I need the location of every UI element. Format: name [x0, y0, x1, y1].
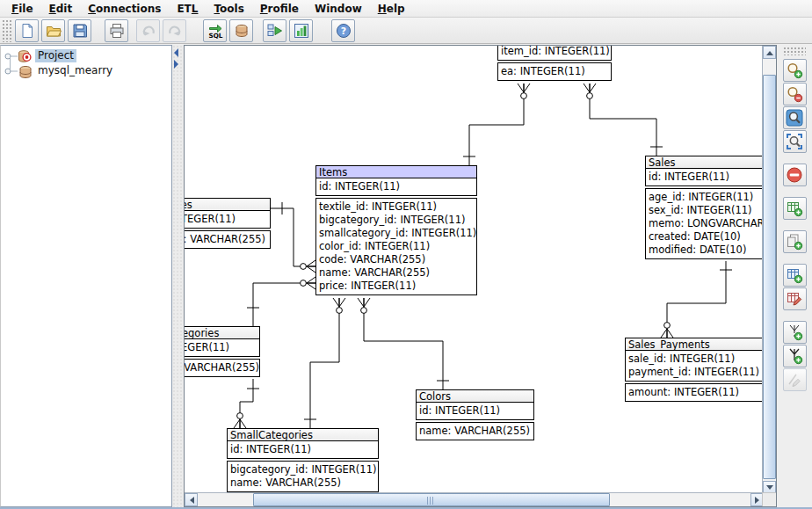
- column-row[interactable]: age_id: INTEGER(11): [649, 191, 763, 204]
- menu-tools[interactable]: Tools: [206, 1, 251, 17]
- scroll-left-button[interactable]: [185, 493, 198, 506]
- zoom-out-button[interactable]: [783, 83, 807, 105]
- vertical-scroll-thumb[interactable]: [763, 75, 776, 479]
- tree-item-project[interactable]: Project: [1, 48, 171, 63]
- zoom-actual-button[interactable]: [783, 106, 807, 129]
- connections-button[interactable]: [229, 19, 253, 42]
- column-row[interactable]: sex_id: INTEGER(11): [649, 204, 763, 217]
- etl-button[interactable]: [263, 19, 286, 42]
- add-note-button[interactable]: [783, 230, 807, 253]
- table-title[interactable]: Textiles: [185, 198, 271, 211]
- column-row[interactable]: bigcategory_id: INTEGER(11): [230, 463, 375, 476]
- column-row[interactable]: name: VARCHAR(255): [230, 476, 375, 490]
- tree-handle-icon[interactable]: [4, 52, 18, 61]
- column-row[interactable]: code: VARCHAR(255): [319, 253, 474, 266]
- column-row[interactable]: payment_id: INTEGER(11): [628, 366, 760, 379]
- sql-icon: SQL: [207, 23, 223, 39]
- save-button[interactable]: [68, 19, 91, 42]
- erd-table-sales[interactable]: Salesid: INTEGER(11)age_id: INTEGER(11)s…: [645, 156, 763, 259]
- menu-edit[interactable]: Edit: [41, 1, 81, 17]
- erd-table-items[interactable]: Itemsid: INTEGER(11)textile_id: INTEGER(…: [315, 165, 477, 295]
- erd-table-bigcategories[interactable]: BigCategoriesid: INTEGER(11)name: VARCHA…: [185, 326, 260, 377]
- table-title[interactable]: BigCategories: [185, 326, 260, 339]
- column-row[interactable]: created: DATE(10): [649, 230, 763, 244]
- tree-handle-icon[interactable]: [4, 67, 18, 76]
- column-row[interactable]: color_id: INTEGER(11): [319, 240, 474, 253]
- add-view-button[interactable]: [783, 264, 807, 287]
- table-compartment: name: VARCHAR(255): [185, 230, 271, 249]
- add-relation-icon: [786, 324, 803, 341]
- zoom-fit-button[interactable]: [783, 130, 807, 153]
- erd-table-smallcategories[interactable]: SmallCategoriesid: INTEGER(11)bigcategor…: [227, 428, 379, 492]
- column-row[interactable]: textile_id: INTEGER(11): [319, 200, 474, 214]
- erd-table-textiles[interactable]: Textilesid: INTEGER(11)name: VARCHAR(255…: [185, 198, 271, 249]
- zoom-actual-icon: [786, 109, 803, 127]
- horizontal-scroll-thumb[interactable]: [253, 493, 610, 506]
- column-row[interactable]: item_id: INTEGER(11): [501, 46, 608, 58]
- menu-etl[interactable]: ETL: [169, 1, 206, 17]
- column-row[interactable]: id: INTEGER(11): [230, 443, 375, 456]
- erd-table-sales_payments[interactable]: Sales_Paymentssale_id: INTEGER(11)paymen…: [625, 338, 763, 402]
- delete-button[interactable]: [783, 164, 807, 186]
- column-row[interactable]: name: VARCHAR(255): [185, 233, 267, 246]
- table-title[interactable]: Sales_Payments: [625, 338, 763, 351]
- column-row[interactable]: sale_id: INTEGER(11): [628, 353, 760, 366]
- new-file-button[interactable]: [15, 19, 39, 42]
- menu-window[interactable]: Window: [307, 1, 370, 17]
- tree-item-label[interactable]: mysql_mearry: [35, 64, 115, 77]
- column-row[interactable]: name: VARCHAR(255): [419, 425, 531, 438]
- column-row[interactable]: ea: INTEGER(11): [501, 65, 608, 78]
- help-button[interactable]: ?: [331, 19, 355, 42]
- menu-profile[interactable]: Profile: [252, 1, 307, 17]
- add-table-button[interactable]: [783, 197, 807, 220]
- scroll-up-button[interactable]: [763, 46, 776, 59]
- collapse-right-icon[interactable]: [174, 60, 178, 69]
- column-row[interactable]: id: INTEGER(11): [649, 171, 763, 184]
- table-title[interactable]: Colors: [416, 389, 534, 403]
- table-title[interactable]: Sales: [645, 156, 763, 169]
- column-row[interactable]: name: VARCHAR(255): [185, 361, 257, 374]
- toolbar-grip[interactable]: [2, 19, 11, 42]
- tree-item-label[interactable]: Project: [35, 49, 76, 62]
- column-row[interactable]: memo: LONGVARCHAR: [649, 217, 763, 230]
- column-row[interactable]: smallcategory_id: INTEGER(11): [319, 227, 474, 240]
- menu-help[interactable]: Help: [370, 1, 413, 17]
- edit-relation-button: [783, 368, 807, 391]
- sql-editor-button[interactable]: SQL: [203, 19, 227, 42]
- collapse-left-icon[interactable]: [174, 48, 178, 57]
- edit-table-button[interactable]: [783, 287, 807, 310]
- table-title[interactable]: Items: [315, 165, 477, 178]
- zoom-in-button[interactable]: [783, 59, 807, 82]
- column-row[interactable]: bigcategory_id: INTEGER(11): [319, 214, 474, 227]
- table-title[interactable]: SmallCategories: [227, 428, 379, 441]
- erd-table-colors[interactable]: Colorsid: INTEGER(11)name: VARCHAR(255): [416, 389, 534, 440]
- split-divider[interactable]: [172, 45, 184, 507]
- column-row[interactable]: amount: INTEGER(11): [628, 386, 760, 399]
- column-row[interactable]: modified: DATE(10): [649, 244, 763, 257]
- menu-file[interactable]: File: [4, 1, 41, 17]
- column-row[interactable]: id: INTEGER(11): [319, 180, 474, 193]
- column-row[interactable]: name: VARCHAR(255): [319, 266, 474, 280]
- diagram-toolbar-grip[interactable]: [783, 47, 806, 55]
- etl-icon: [267, 23, 283, 39]
- report-button[interactable]: [289, 19, 313, 42]
- menu-connections[interactable]: Connections: [80, 1, 169, 17]
- er-diagram-canvas[interactable]: item_id: INTEGER(11)ea: INTEGER(11)Texti…: [185, 46, 763, 493]
- horizontal-scrollbar[interactable]: [185, 492, 764, 506]
- redo-button: [163, 19, 186, 42]
- tree-item-mysql_mearry[interactable]: mysql_mearry: [1, 63, 171, 78]
- add-relation-button[interactable]: [783, 321, 807, 344]
- vertical-scrollbar[interactable]: [762, 46, 776, 494]
- print-button[interactable]: [105, 19, 128, 42]
- column-row[interactable]: id: INTEGER(11): [185, 213, 267, 226]
- column-row[interactable]: id: INTEGER(11): [185, 341, 257, 354]
- undo-button: [136, 19, 160, 42]
- open-button[interactable]: [41, 19, 65, 42]
- column-row[interactable]: id: INTEGER(11): [419, 404, 531, 418]
- scrollbar-corner: [762, 492, 776, 506]
- svg-text:?: ?: [340, 25, 345, 37]
- column-row[interactable]: price: INTEGER(11): [319, 280, 474, 293]
- diagram-canvas-wrap: item_id: INTEGER(11)ea: INTEGER(11)Texti…: [184, 45, 777, 507]
- add-identifying-relation-button[interactable]: [783, 345, 807, 367]
- erd-table-unnamed[interactable]: item_id: INTEGER(11)ea: INTEGER(11): [497, 46, 612, 81]
